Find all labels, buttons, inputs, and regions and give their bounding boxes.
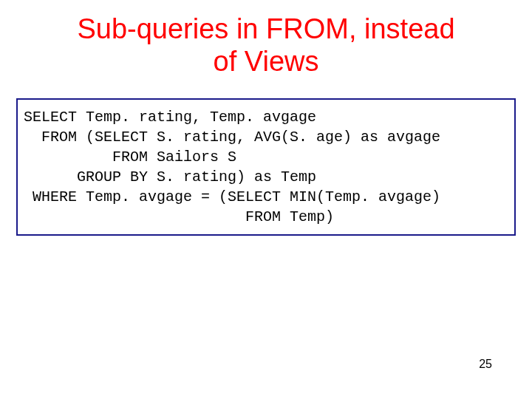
code-line-4: GROUP BY S. rating) as Temp	[24, 167, 508, 187]
code-line-5: WHERE Temp. avgage = (SELECT MIN(Temp. a…	[24, 187, 508, 207]
title-line-2: of Views	[0, 46, 532, 78]
code-line-1: SELECT Temp. rating, Temp. avgage	[24, 107, 508, 127]
page-number: 25	[479, 358, 492, 371]
code-line-3: FROM Sailors S	[24, 147, 508, 167]
slide-title: Sub-queries in FROM, instead of Views	[0, 0, 532, 78]
code-block: SELECT Temp. rating, Temp. avgage FROM (…	[16, 98, 516, 236]
code-line-2: FROM (SELECT S. rating, AVG(S. age) as a…	[24, 127, 508, 147]
title-line-1: Sub-queries in FROM, instead	[0, 13, 532, 46]
slide: Sub-queries in FROM, instead of Views SE…	[0, 0, 532, 399]
code-line-6: FROM Temp)	[24, 207, 508, 227]
